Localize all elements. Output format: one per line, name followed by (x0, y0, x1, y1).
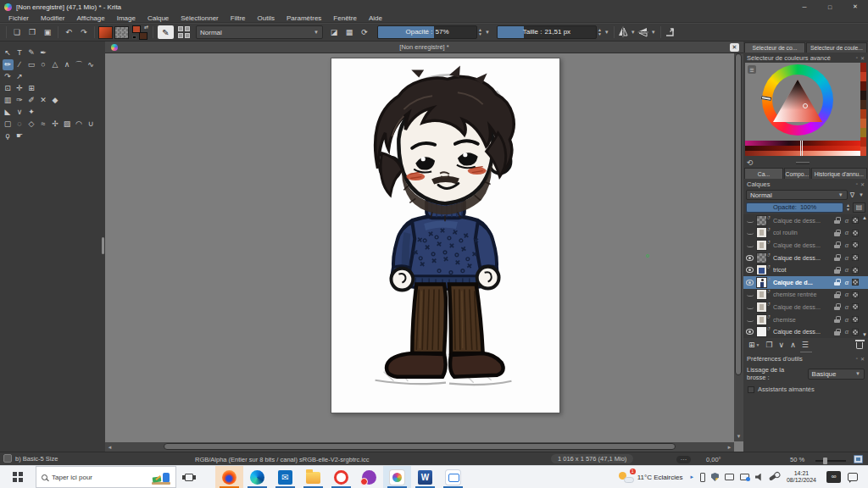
magnetic-select-tool[interactable]: ∪ (86, 119, 97, 130)
layer-filter-icon[interactable]: ∇ (850, 191, 854, 199)
layer-row[interactable]: Calque de dess... α (743, 325, 868, 338)
move-layer-down-button[interactable]: ∨▼ (779, 341, 785, 349)
freehand-select-tool[interactable]: ≈ (38, 119, 49, 130)
pan-tool[interactable]: ☛ (14, 130, 25, 141)
gradient-tool[interactable]: ▥ (3, 95, 14, 106)
history-swatch[interactable] (860, 100, 866, 109)
history-swatch[interactable] (860, 81, 866, 91)
horizontal-scrollbar-thumb[interactable] (164, 443, 676, 450)
rect-select-tool[interactable]: ▢ (3, 119, 14, 130)
layer-thumbnail[interactable] (756, 326, 767, 337)
taskbar-app-explorer[interactable] (299, 466, 327, 488)
delete-layer-button[interactable] (856, 342, 863, 349)
multibrush-tool[interactable]: ↗ (14, 71, 25, 82)
layer-inherit-alpha-icon[interactable] (852, 230, 859, 236)
history-swatch[interactable] (860, 91, 866, 100)
zoom-tool[interactable]: ϙ (3, 130, 14, 141)
vertical-scrollbar-thumb[interactable] (735, 53, 742, 375)
history-swatch[interactable] (860, 72, 866, 81)
bezier-select-tool[interactable]: ◠ (74, 119, 85, 130)
ellipse-select-tool[interactable]: ◌ (14, 119, 25, 130)
scroll-right-arrow[interactable]: ► (725, 445, 734, 450)
color-selector-canvas[interactable]: ☰ (745, 63, 860, 156)
layer-name[interactable]: Calque de dess... (773, 217, 832, 225)
transform-tool[interactable]: ⊡ (3, 83, 14, 94)
menu-item[interactable]: Image (111, 14, 142, 22)
layer-opacity-slider[interactable]: Opacité: 100% (746, 202, 843, 213)
tray-display-sync[interactable] (740, 474, 749, 480)
layer-thumbnail[interactable] (756, 240, 767, 251)
menu-item[interactable]: Aide (363, 14, 388, 22)
background-color[interactable] (139, 32, 147, 40)
smoothing-dropdown[interactable]: Basique ▼ (808, 369, 865, 380)
edit-shapes-tool[interactable]: ✎ (26, 47, 37, 58)
foreground-color[interactable] (132, 25, 141, 33)
layer-name[interactable]: chemise rentrée (773, 291, 832, 298)
similar-color-select-tool[interactable]: ▨ (62, 119, 73, 130)
layer-lock-icon[interactable] (834, 217, 840, 224)
polygon-tool[interactable]: △ (50, 59, 61, 70)
rectangle-tool[interactable]: ▭ (26, 59, 37, 70)
history-swatch[interactable] (860, 109, 866, 119)
close-docker-icon[interactable]: ✕ (860, 55, 865, 61)
layer-thumbnail[interactable] (756, 314, 767, 325)
taskbar-app-opera[interactable] (327, 466, 355, 488)
brush-size-slider[interactable]: Taille : 21,51 px (497, 25, 597, 39)
taskbar-app-mail[interactable] (271, 466, 299, 488)
history-swatch[interactable] (860, 119, 866, 128)
layer-name[interactable]: Calque de d... (773, 279, 832, 286)
layer-lock-icon[interactable] (834, 230, 840, 236)
calligraphy-tool[interactable]: ✒ (38, 47, 49, 58)
layer-row[interactable]: chemise α (743, 313, 868, 326)
reference-images-tool[interactable]: ✦ (26, 107, 37, 118)
save-document[interactable]: ▣ (40, 25, 55, 40)
taskbar-app-edge[interactable] (243, 466, 271, 488)
history-swatch[interactable] (860, 63, 866, 72)
layer-alpha-lock-icon[interactable]: α (843, 241, 850, 249)
close-docker-icon[interactable]: ✕ (860, 356, 865, 362)
layer-lock-icon[interactable] (834, 303, 840, 310)
layer-thumbnail[interactable] (756, 277, 767, 288)
layer-lock-icon[interactable] (834, 267, 840, 274)
open-document[interactable]: ❐ (25, 25, 40, 40)
layer-alpha-lock-icon[interactable]: α (843, 303, 850, 311)
dynamic-brush-tool[interactable]: ↷ (3, 71, 14, 82)
close-button[interactable]: ✕ (843, 0, 868, 14)
new-document[interactable]: ❏ (9, 25, 25, 40)
layer-blend-mode-dropdown[interactable]: Normal ▼ (746, 190, 848, 200)
layer-row[interactable]: tricot α (743, 263, 868, 276)
brush-presets-button[interactable] (177, 25, 191, 39)
preserve-alpha[interactable]: ▦ (342, 25, 357, 40)
layer-lock-icon[interactable] (834, 329, 840, 336)
menu-item[interactable]: Paramètres (281, 14, 327, 22)
tab-color-selector-2[interactable]: Sélecteur de coule... (806, 42, 867, 53)
layer-thumbnail[interactable] (756, 252, 767, 263)
taskbar-app-firefox[interactable] (215, 466, 243, 488)
layer-inherit-alpha-icon[interactable] (852, 254, 859, 261)
taskbar-weather-widget[interactable]: 1 11°C Eclaircies (615, 471, 687, 483)
zoom-slider-thumb[interactable] (823, 458, 827, 464)
layer-alpha-lock-icon[interactable]: α (843, 316, 850, 324)
layer-row[interactable]: col roulin α (743, 227, 868, 240)
start-button[interactable] (0, 466, 36, 488)
layer-list-scroll-up[interactable]: ▲ (862, 215, 867, 220)
float-docker-icon[interactable]: ▫ (856, 55, 858, 61)
mirror-vertical-button[interactable] (637, 26, 649, 38)
reload-preset[interactable]: ⟳ (357, 25, 372, 40)
layer-lock-icon[interactable] (834, 254, 840, 261)
layer-row[interactable]: Calque de d... α (743, 276, 868, 289)
tray-display[interactable] (725, 474, 734, 480)
redo[interactable]: ↷ (76, 25, 92, 40)
layer-visibility-eye-icon[interactable] (745, 219, 754, 223)
layer-visibility-eye-icon[interactable] (745, 243, 754, 247)
docker-tab[interactable]: Historique d'annu... (811, 168, 867, 179)
layer-opacity-spinner[interactable]: ▲▼ (846, 203, 850, 212)
layer-visibility-eye-icon[interactable] (745, 305, 754, 309)
layer-inherit-alpha-icon[interactable] (852, 291, 859, 298)
color-sampler-tool[interactable]: ✑ (14, 95, 25, 106)
layer-visibility-eye-icon[interactable] (745, 318, 754, 322)
pattern-swatch-button[interactable] (114, 26, 129, 39)
minimize-button[interactable]: ─ (792, 0, 817, 14)
layer-properties-button[interactable]: ☰▼ (802, 341, 809, 349)
float-docker-icon[interactable]: ▫ (856, 181, 858, 187)
